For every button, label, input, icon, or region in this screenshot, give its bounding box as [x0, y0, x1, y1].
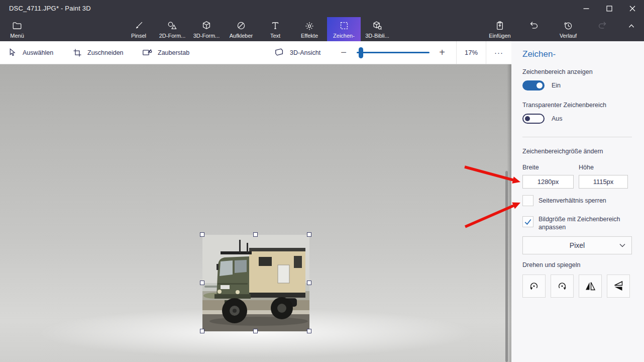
window-title: DSC_4711.JPG* - Paint 3D [9, 5, 91, 12]
menu-icon [12, 20, 23, 31]
truck-photo-image [202, 235, 309, 331]
show-canvas-toggle[interactable] [522, 80, 545, 90]
paste-icon [494, 20, 505, 31]
paste-button[interactable]: Einfügen [483, 17, 516, 41]
height-label: Höhe [579, 164, 594, 171]
panel-divider [522, 137, 632, 137]
show-canvas-label: Zeichenbereich anzeigen [522, 68, 593, 75]
3d-view-button[interactable]: 3D-Ansicht [273, 41, 320, 64]
select-tool[interactable]: Auswählen [7, 41, 53, 64]
redo-icon [597, 20, 608, 31]
close-icon [627, 3, 638, 14]
transparent-canvas-label: Transparenter Zeichenbereich [522, 102, 606, 109]
tab-aufkleber[interactable]: Aufkleber [225, 17, 258, 41]
chevron-down-icon [619, 243, 625, 247]
toggle-knob [525, 116, 530, 121]
resize-image-label: Bildgröße mit Zeichenbereich anpassen [539, 215, 637, 232]
undo-icon [528, 20, 540, 31]
zoom-out-button[interactable]: − [336, 41, 352, 64]
magic-wand-tool[interactable]: Zauberstab [142, 41, 189, 64]
undo-button[interactable] [523, 17, 545, 41]
collapse-ribbon-button[interactable] [620, 17, 642, 41]
toggle-knob [536, 82, 543, 88]
zoom-slider[interactable] [357, 52, 430, 53]
selection-handle-mid-right[interactable] [307, 281, 311, 285]
tab-3d-form[interactable]: 3D-Form... [190, 17, 223, 41]
lock-aspect-label: Seitenverhältnis sperren [539, 197, 606, 204]
maximize-icon [604, 3, 615, 14]
menu-label: Menü [10, 33, 24, 39]
unit-value: Pixel [570, 241, 585, 249]
minimize-icon [581, 3, 592, 14]
transparent-canvas-state: Aus [552, 115, 563, 122]
3d-shapes-icon [201, 20, 212, 31]
selection-handle-bottom-left[interactable] [200, 329, 204, 333]
sticker-icon [236, 20, 247, 31]
close-button[interactable] [621, 0, 644, 17]
flip-vertical-button[interactable] [607, 275, 630, 298]
text-icon [270, 20, 281, 31]
lock-aspect-checkbox[interactable] [522, 195, 533, 206]
rotate-left-button[interactable] [522, 275, 546, 298]
chevron-up-icon [626, 20, 637, 31]
flip-vertical-icon [612, 280, 624, 292]
selection-handle-top-left[interactable] [200, 232, 204, 237]
resize-heading: Zeichenbereichgröße ändern [522, 148, 603, 155]
width-input[interactable] [522, 175, 574, 189]
tab-2d-form[interactable]: 2D-Form... [156, 17, 189, 41]
flip-horizontal-button[interactable] [579, 275, 602, 298]
flip-horizontal-icon [584, 280, 596, 292]
2d-shapes-icon [167, 20, 178, 31]
tab-effekte[interactable]: Effekte [293, 17, 326, 41]
selection-handle-bottom-right[interactable] [307, 329, 311, 333]
selection-handle-bottom-center[interactable] [253, 329, 258, 333]
show-canvas-state: Ein [552, 82, 561, 89]
3d-library-icon [372, 20, 383, 31]
selection-handle-top-center[interactable] [253, 232, 258, 237]
checkmark-icon [523, 217, 532, 226]
canvas-workspace[interactable] [0, 64, 511, 362]
canvas-panel: Zeichen- Zeichenbereich anzeigen Ein Tra… [511, 41, 644, 362]
selection-handle-mid-left[interactable] [200, 281, 204, 285]
height-input[interactable] [579, 175, 628, 189]
photo-truck[interactable] [202, 235, 309, 331]
paint3d-window: DSC_4711.JPG* - Paint 3D Menü Pinsel [0, 0, 644, 362]
zoom-slider-thumb[interactable] [359, 47, 363, 58]
rotate-left-icon [528, 280, 540, 292]
history-button[interactable]: Verlauf [552, 17, 585, 41]
panel-edge-shadow [507, 64, 511, 362]
minimize-button[interactable] [575, 0, 598, 17]
crop-icon [72, 48, 82, 58]
effects-icon [304, 20, 315, 31]
panel-title: Zeichen- [522, 49, 556, 59]
rotate-heading: Drehen und spiegeln [522, 261, 580, 268]
cursor-icon [7, 47, 18, 58]
tool-options-bar: Auswählen Zuschneiden Zauberstab 3D-Ansi… [0, 41, 511, 64]
tab-pinsel[interactable]: Pinsel [122, 17, 155, 41]
tab-3d-bibliothek[interactable]: 3D-Bibli... [361, 17, 394, 41]
transparent-canvas-toggle[interactable] [522, 114, 545, 124]
zoom-in-button[interactable]: + [434, 41, 450, 64]
rotate-right-icon [556, 280, 568, 292]
tab-text[interactable]: Text [259, 17, 292, 41]
unit-dropdown[interactable]: Pixel [522, 236, 632, 254]
window-controls [575, 0, 644, 17]
3d-view-icon [273, 47, 285, 58]
magic-wand-icon [142, 47, 153, 58]
resize-image-checkbox[interactable] [522, 216, 533, 227]
maximize-button[interactable] [598, 0, 621, 17]
more-options-button[interactable]: ··· [486, 41, 511, 64]
redo-button[interactable] [591, 17, 613, 41]
width-label: Breite [522, 164, 539, 171]
history-icon [563, 20, 574, 31]
titlebar: DSC_4711.JPG* - Paint 3D Menü Pinsel [0, 0, 644, 41]
zoom-level[interactable]: 17% [456, 41, 486, 64]
selection-handle-top-right[interactable] [307, 232, 311, 237]
rotate-right-button[interactable] [551, 275, 574, 298]
canvas-icon [339, 20, 350, 31]
tab-zeichen[interactable]: Zeichen- [327, 17, 361, 41]
crop-tool[interactable]: Zuschneiden [72, 41, 124, 64]
brush-icon [133, 20, 144, 31]
menu-button[interactable]: Menü [4, 17, 30, 41]
